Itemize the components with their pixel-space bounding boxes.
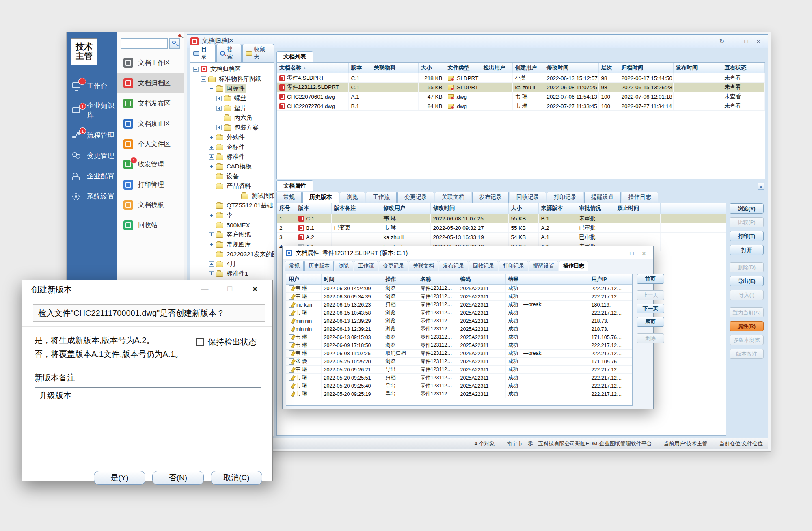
table-row[interactable]: CHC22072704.dwgB.184 KB.dwg韦 琳2022-07-27… <box>277 101 765 111</box>
search-input[interactable] <box>121 38 168 49</box>
tab-关联文档[interactable]: 关联文档 <box>435 192 471 203</box>
tree-item[interactable]: CAD模板 <box>191 162 274 171</box>
table-row[interactable]: 韦 琳2022-06-08 11:07:25取消归档零件123112…2025A… <box>286 350 633 358</box>
column-header[interactable]: 关联物料 <box>371 63 418 73</box>
column-header[interactable]: 查看状态 <box>722 63 757 73</box>
tree-item[interactable]: 标准物料库图纸 <box>191 74 274 84</box>
column-header[interactable]: 修改时间 <box>430 203 508 214</box>
column-header[interactable]: 用户 <box>286 274 321 285</box>
table-row[interactable]: 韦 琳2022-06-13 09:15:03浏览零件123112…2025A22… <box>286 333 633 341</box>
table-row[interactable]: min nin2022-06-13 12:39:29浏览零件123112…202… <box>286 317 633 325</box>
button-比较(P)[interactable]: 比较(P) <box>730 217 764 227</box>
column-header[interactable]: 结果 <box>505 274 589 285</box>
tab-浏览[interactable]: 浏览 <box>340 192 365 203</box>
table-row[interactable]: min nin2022-06-13 12:39:21浏览零件123112…202… <box>286 325 633 333</box>
tab-操作日志[interactable]: 操作日志 <box>622 192 658 203</box>
tree-item[interactable]: 标准件 <box>191 152 274 162</box>
table-row[interactable]: 韦 琳2022-05-20 09:26:21导出零件123112…2025A22… <box>286 366 633 374</box>
tree-expander-icon[interactable] <box>209 86 214 91</box>
tree-expander-icon[interactable] <box>209 154 214 160</box>
tree-item[interactable]: 内六角 <box>191 113 274 123</box>
column-header[interactable]: 名称 <box>418 274 458 285</box>
pager-上一页[interactable]: 上一页 <box>637 290 664 300</box>
tab-document-list[interactable]: 文档列表 <box>276 51 313 62</box>
column-header[interactable]: 序号 <box>277 203 296 214</box>
sidebar-item-工作台[interactable]: ⋯工作台 <box>67 76 117 96</box>
nav-item-文档模板[interactable]: 文档模板 <box>117 195 184 215</box>
table-row[interactable]: 3A.2ka zhu li2022-05-13 16:33:1954 KBA.1… <box>277 233 726 242</box>
column-header[interactable]: 大小 <box>508 203 538 214</box>
tree-expander-icon[interactable] <box>209 135 214 140</box>
tree-item[interactable]: 4月 <box>191 259 274 269</box>
table-row[interactable]: me kan2022-06-15 13:26:23归档零件123112…2025… <box>286 301 633 309</box>
button-删除(D)[interactable]: 删除(D) <box>730 262 764 272</box>
column-header[interactable]: 检出用户 <box>481 63 512 73</box>
collapse-panel-icon[interactable]: ▲ <box>758 183 764 190</box>
button-属性(R)[interactable]: 属性(R) <box>730 321 764 331</box>
tree-expander-icon[interactable] <box>216 96 222 101</box>
tree-expander-icon[interactable] <box>209 145 214 150</box>
table-row[interactable]: 韦 琳2022-05-20 09:25:40导出零件123112…2025A22… <box>286 382 633 390</box>
column-header[interactable]: 编码 <box>458 274 505 285</box>
tree-expander-icon[interactable] <box>209 213 214 218</box>
button-置为当前(A)[interactable]: 置为当前(A) <box>730 307 764 317</box>
search-button[interactable] <box>169 38 180 49</box>
nav-item-回收站[interactable]: 回收站 <box>117 215 184 235</box>
pager-删除[interactable]: 删除 <box>637 333 664 343</box>
dialog-tab-回收记录[interactable]: 回收记录 <box>469 261 498 271</box>
button-浏览(V)[interactable]: 浏览(V) <box>730 203 764 214</box>
dialog-tab-打印记录[interactable]: 打印记录 <box>499 261 528 271</box>
button-导出(E)[interactable]: 导出(E) <box>730 276 764 286</box>
close-icon[interactable]: × <box>638 250 650 257</box>
column-header[interactable]: 来源版本 <box>538 203 577 214</box>
sidebar-item-变更管理[interactable]: 变更管理 <box>67 145 117 166</box>
cancel-button[interactable]: 取消(C) <box>211 471 262 485</box>
tree-item[interactable]: 外购件 <box>191 132 274 142</box>
tab-回收记录[interactable]: 回收记录 <box>510 192 546 203</box>
tree-tab-搜索[interactable]: 搜索 <box>216 44 242 62</box>
dialog-tab-发布记录[interactable]: 发布记录 <box>439 261 468 271</box>
tree-item[interactable]: 常规图库 <box>191 240 274 249</box>
table-row[interactable]: 韦 琳2022-06-09 17:18:50浏览零件123112…2025A22… <box>286 341 633 350</box>
nav-item-文档工作区[interactable]: 文档工作区 <box>117 53 184 73</box>
button-多版本浏览[interactable]: 多版本浏览 <box>730 335 764 345</box>
refresh-icon[interactable]: ↻ <box>716 38 728 45</box>
tree-expander-icon[interactable] <box>209 164 214 169</box>
dialog-tab-历史版本[interactable]: 历史版本 <box>304 261 334 271</box>
tree-item[interactable]: 设备 <box>191 171 274 181</box>
column-header[interactable]: 版本 <box>348 63 371 73</box>
nav-item-收发管理[interactable]: 1收发管理 <box>117 154 184 175</box>
column-header[interactable]: 修改用户 <box>381 203 430 214</box>
tree-expander-icon[interactable] <box>193 67 199 72</box>
sidebar-item-企业知识库[interactable]: 1企业知识库 <box>67 96 117 125</box>
tree-expander-icon[interactable] <box>216 125 222 130</box>
table-row[interactable]: 韦 琳2022-05-20 09:25:19导出零件123112…2025A22… <box>286 390 633 398</box>
tree-item[interactable]: 产品资料 <box>191 181 274 191</box>
tab-常规[interactable]: 常规 <box>276 192 302 203</box>
table-row[interactable]: 张 焕2022-05-25 10:25:20浏览零件123112…2025A22… <box>286 358 633 366</box>
button-打印(T)[interactable]: 打印(T) <box>730 231 764 241</box>
tree-expander-icon[interactable] <box>201 76 206 82</box>
nav-item-文档归档区[interactable]: 文档归档区 <box>117 73 184 93</box>
sidebar-item-流程管理[interactable]: 1流程管理 <box>67 125 117 145</box>
table-row[interactable]: 韦 琳2022-05-20 09:25:51归档零件123112…2025A22… <box>286 374 633 382</box>
tree-item[interactable]: 李 <box>191 210 274 220</box>
tree-item[interactable]: 国标件 <box>191 84 274 93</box>
column-header[interactable]: 审批情况 <box>577 203 615 214</box>
button-版本备注[interactable]: 版本备注 <box>730 349 764 359</box>
maximize-icon[interactable]: □ <box>223 284 237 295</box>
tree-item[interactable]: 标准件1 <box>191 269 274 278</box>
tree-item[interactable]: QTZ5512.01基础 <box>191 201 274 210</box>
table-row[interactable]: 韦 琳2022-06-15 10:43:58浏览零件123112…2025A22… <box>286 309 633 317</box>
nav-item-文档发布区[interactable]: 文档发布区 <box>117 93 184 114</box>
minimize-icon[interactable]: — <box>198 284 212 295</box>
table-row[interactable]: 1C.1韦 琳2022-06-08 11:07:2555 KBB.1未审批 <box>277 214 726 223</box>
column-header[interactable]: 层次 <box>598 63 619 73</box>
tree-tab-收藏夹[interactable]: 收藏夹 <box>242 44 274 62</box>
pin-icon[interactable] <box>178 34 181 37</box>
keep-checkout-checkbox[interactable] <box>196 338 204 346</box>
close-icon[interactable]: ✕ <box>248 284 262 295</box>
tree-expander-icon[interactable] <box>216 106 222 111</box>
tab-提醒设置[interactable]: 提醒设置 <box>584 192 621 203</box>
column-header[interactable]: 时间 <box>321 274 383 285</box>
